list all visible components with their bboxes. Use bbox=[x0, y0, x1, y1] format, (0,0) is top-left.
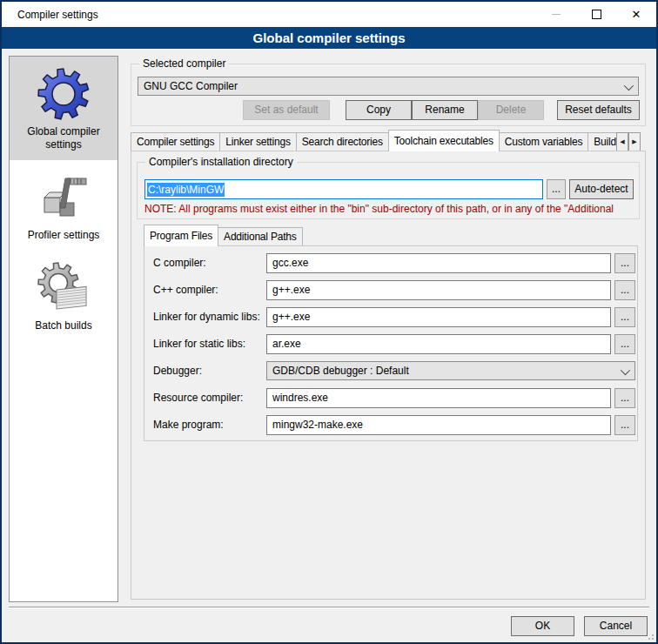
tab-scroll-left-button[interactable]: ◀ bbox=[616, 132, 628, 151]
settings-sidebar: Global compiler settings bbox=[9, 56, 118, 602]
program-files-page: C compiler: gcc.exe ... C++ compiler: g+… bbox=[144, 245, 638, 441]
compiler-select-value: GNU GCC Compiler bbox=[144, 80, 238, 92]
sidebar-item-label: Global compiler settings bbox=[13, 125, 114, 151]
sidebar-item-label: Profiler settings bbox=[13, 229, 114, 242]
close-icon: ✕ bbox=[632, 9, 641, 20]
auto-detect-button[interactable]: Auto-detect bbox=[569, 179, 634, 199]
resource-compiler-label: Resource compiler: bbox=[153, 392, 243, 404]
dynamic-linker-browse-button[interactable]: ... bbox=[614, 307, 635, 327]
c-compiler-input[interactable]: gcc.exe bbox=[266, 253, 611, 273]
compiler-tabs: Compiler settings Linker settings Search… bbox=[131, 129, 616, 151]
installation-directory-legend: Compiler's installation directory bbox=[145, 156, 297, 168]
make-program-input[interactable]: mingw32-make.exe bbox=[266, 415, 611, 435]
selected-compiler-legend: Selected compiler bbox=[139, 57, 229, 70]
tab-linker-settings[interactable]: Linker settings bbox=[219, 132, 296, 151]
tab-program-files[interactable]: Program Files bbox=[144, 225, 218, 246]
resource-compiler-browse-button[interactable]: ... bbox=[614, 388, 635, 408]
cpp-compiler-browse-button[interactable]: ... bbox=[614, 280, 635, 300]
arrow-right-icon: ▶ bbox=[632, 138, 636, 144]
debugger-select[interactable]: GDB/CDB debugger : Default bbox=[266, 361, 635, 380]
c-compiler-label: C compiler: bbox=[153, 257, 206, 269]
footer-separator bbox=[9, 607, 649, 608]
resource-compiler-input[interactable]: windres.exe bbox=[266, 388, 611, 408]
window-title: Compiler settings bbox=[2, 9, 98, 21]
minimize-button[interactable] bbox=[536, 2, 576, 27]
static-linker-label: Linker for static libs: bbox=[153, 338, 245, 350]
close-button[interactable]: ✕ bbox=[616, 2, 656, 27]
installation-directory-value: C:\raylib\MinGW bbox=[147, 183, 225, 197]
tab-toolchain-executables[interactable]: Toolchain executables bbox=[388, 130, 500, 151]
dialog-content: Global compiler settings bbox=[2, 49, 656, 642]
dynamic-linker-label: Linker for dynamic libs: bbox=[153, 311, 260, 323]
sidebar-item-label: Batch builds bbox=[13, 319, 114, 332]
tab-search-directories[interactable]: Search directories bbox=[296, 132, 389, 151]
rename-button[interactable]: Rename bbox=[412, 100, 478, 120]
selected-compiler-group: Selected compiler GNU GCC Compiler Set a… bbox=[131, 64, 646, 126]
c-compiler-row: C compiler: gcc.exe ... bbox=[144, 253, 637, 273]
set-as-default-button[interactable]: Set as default bbox=[243, 100, 330, 120]
dynamic-linker-input[interactable]: g++.exe bbox=[266, 307, 611, 327]
make-program-row: Make program: mingw32-make.exe ... bbox=[144, 415, 637, 435]
reset-defaults-button[interactable]: Reset defaults bbox=[557, 100, 640, 120]
cpp-compiler-label: C++ compiler: bbox=[153, 284, 218, 296]
chevron-down-icon bbox=[621, 366, 630, 375]
copy-button[interactable]: Copy bbox=[346, 100, 412, 120]
sidebar-item-profiler-settings[interactable]: Profiler settings bbox=[10, 160, 118, 251]
debugger-label: Debugger: bbox=[153, 365, 202, 377]
batch-builds-icon bbox=[36, 260, 91, 316]
minimize-icon bbox=[552, 14, 561, 15]
installation-directory-group: Compiler's installation directory C:\ray… bbox=[137, 162, 640, 219]
tab-custom-variables[interactable]: Custom variables bbox=[499, 132, 589, 151]
blue-gear-icon bbox=[36, 66, 91, 122]
chevron-down-icon bbox=[624, 81, 634, 91]
window-controls: ✕ bbox=[536, 2, 656, 27]
resize-grip[interactable] bbox=[647, 633, 654, 640]
profiler-caliper-icon bbox=[36, 170, 91, 225]
tab-compiler-settings[interactable]: Compiler settings bbox=[131, 132, 220, 151]
cpp-compiler-row: C++ compiler: g++.exe ... bbox=[144, 280, 637, 300]
static-linker-input[interactable]: ar.exe bbox=[266, 334, 611, 354]
compiler-settings-dialog: Compiler settings ✕ Global compiler sett… bbox=[0, 0, 658, 644]
browse-directory-button[interactable]: ... bbox=[547, 179, 566, 199]
maximize-icon bbox=[592, 10, 601, 19]
delete-button[interactable]: Delete bbox=[478, 100, 544, 120]
resource-compiler-row: Resource compiler: windres.exe ... bbox=[144, 388, 637, 408]
compiler-select[interactable]: GNU GCC Compiler bbox=[138, 77, 639, 96]
toolchain-executables-page: Compiler's installation directory C:\ray… bbox=[131, 151, 646, 600]
cpp-compiler-input[interactable]: g++.exe bbox=[266, 280, 611, 300]
static-linker-row: Linker for static libs: ar.exe ... bbox=[144, 334, 637, 354]
static-linker-browse-button[interactable]: ... bbox=[614, 334, 635, 354]
note-text: NOTE: All programs must exist either in … bbox=[144, 203, 639, 215]
debugger-select-value: GDB/CDB debugger : Default bbox=[272, 365, 409, 377]
tab-build-options[interactable]: Build options bbox=[588, 132, 616, 151]
titlebar: Compiler settings ✕ bbox=[2, 2, 656, 27]
cancel-button[interactable]: Cancel bbox=[584, 616, 648, 636]
ok-button[interactable]: OK bbox=[511, 616, 574, 636]
sidebar-item-batch-builds[interactable]: Batch builds bbox=[10, 251, 118, 341]
page-title: Global compiler settings bbox=[2, 27, 656, 49]
program-files-tabs: Program Files Additional Paths bbox=[144, 224, 302, 246]
tab-additional-paths[interactable]: Additional Paths bbox=[218, 227, 303, 246]
sidebar-item-global-compiler-settings[interactable]: Global compiler settings bbox=[10, 57, 118, 160]
make-program-browse-button[interactable]: ... bbox=[614, 415, 635, 435]
debugger-row: Debugger: GDB/CDB debugger : Default bbox=[144, 361, 637, 381]
arrow-left-icon: ◀ bbox=[620, 138, 624, 144]
dynamic-linker-row: Linker for dynamic libs: g++.exe ... bbox=[144, 307, 637, 327]
installation-directory-input[interactable]: C:\raylib\MinGW bbox=[144, 179, 543, 199]
make-program-label: Make program: bbox=[153, 419, 224, 431]
maximize-button[interactable] bbox=[576, 2, 616, 27]
tab-scroll-right-button[interactable]: ▶ bbox=[628, 132, 641, 151]
c-compiler-browse-button[interactable]: ... bbox=[614, 253, 635, 273]
